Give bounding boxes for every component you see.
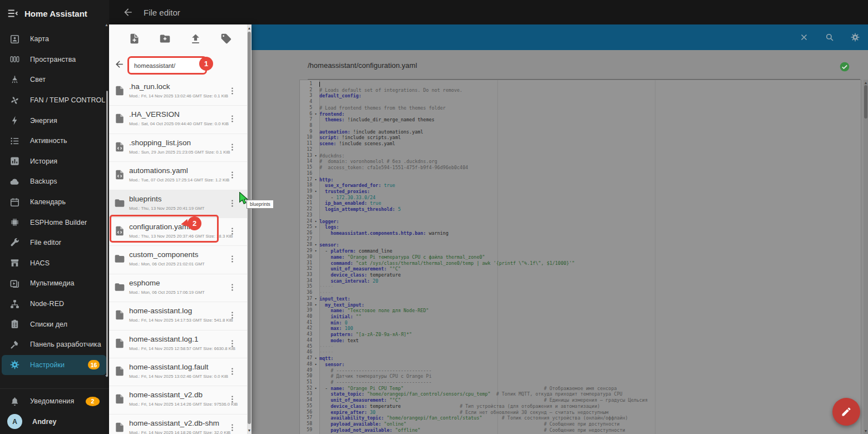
menu-dots-icon[interactable]: [228, 339, 237, 348]
upload-icon[interactable]: [190, 33, 201, 45]
fold-arrow-icon[interactable]: ▾: [312, 362, 319, 368]
sidebar-scrollbar[interactable]: [106, 91, 108, 377]
fold-arrow-icon[interactable]: ▾: [312, 386, 319, 392]
menu-dots-icon[interactable]: [228, 423, 237, 432]
menu-dots-icon[interactable]: [228, 199, 237, 208]
file-row-esphome[interactable]: esphomeMod.: Mon, 06 Oct 2025 17:06:19 G…: [109, 274, 247, 302]
drawer-scroll-thumb[interactable]: [248, 32, 251, 424]
file-row-home-assistant.log[interactable]: home-assistant.logMod.: Fri, 14 Nov 2025…: [109, 302, 247, 330]
file-row-blueprints[interactable]: blueprintsMod.: Thu, 13 Nov 2025 20:41:1…: [109, 190, 247, 218]
sidebar-toggle-icon[interactable]: [7, 7, 19, 19]
folder-up-icon[interactable]: [114, 59, 125, 70]
sidebar-item-label: Пространства: [30, 56, 76, 63]
file-row-home-assistant_v2.db[interactable]: home-assistant_v2.dbMod.: Fri, 14 Nov 20…: [109, 386, 247, 414]
new-file-icon[interactable]: [129, 33, 140, 45]
scroll-up-icon[interactable]: ▲: [864, 81, 868, 85]
path-input[interactable]: homeassistant/: [127, 56, 207, 75]
menu-dots-icon[interactable]: [228, 310, 237, 320]
drawer-scroll-down-icon[interactable]: ▼: [247, 428, 251, 432]
fold-arrow-icon[interactable]: ▾: [312, 189, 319, 195]
fold-arrow-icon[interactable]: ▾: [312, 302, 319, 308]
fold-arrow-icon[interactable]: ▾: [312, 248, 319, 254]
page-header: File editor: [109, 0, 868, 24]
line-number: 38: [300, 302, 312, 308]
calendar-icon: [9, 197, 20, 208]
menu-dots-icon[interactable]: [228, 86, 237, 96]
menu-dots-icon[interactable]: [228, 367, 237, 376]
sidebar-item-мультимедиа[interactable]: Мультимедиа: [2, 273, 106, 294]
sidebar-user[interactable]: AAndrey: [2, 411, 106, 432]
scroll-down-icon[interactable]: ▼: [864, 429, 868, 433]
file-name: home-assistant.log: [129, 307, 192, 315]
fold-arrow-icon[interactable]: ▾: [312, 153, 319, 159]
filename-field[interactable]: /homeassistant/configuration.yaml: [308, 57, 860, 80]
fold-arrow-icon[interactable]: ▾: [312, 356, 319, 362]
file-row-automations.yaml[interactable]: automations.yamlMod.: Tue, 07 Oct 2025 1…: [109, 162, 247, 190]
sidebar-item-панель-разработчика[interactable]: Панель разработчика: [2, 334, 106, 355]
file-row-home-assistant.log.fault[interactable]: home-assistant.log.faultMod.: Fri, 14 No…: [109, 358, 247, 386]
sidebar-item-backups[interactable]: Backups: [2, 171, 106, 192]
sidebar-item-карта[interactable]: Карта: [2, 29, 106, 50]
file-row-home-assistant_v2.db-shm[interactable]: home-assistant_v2.db-shmMod.: Fri, 14 No…: [109, 415, 247, 434]
menu-dots-icon[interactable]: [228, 114, 237, 124]
sidebar-item-энергия[interactable]: Энергия: [2, 110, 106, 131]
menu-dots-icon[interactable]: [228, 394, 237, 404]
sidebar-item-fan-temp-control[interactable]: FAN / TEMP CONTROL: [2, 90, 106, 111]
edit-fab-button[interactable]: [832, 398, 860, 426]
menu-dots-icon[interactable]: [228, 254, 237, 264]
drawer-scrollbar[interactable]: ▲ ▼: [247, 24, 251, 434]
file-row-custom_components[interactable]: custom_componentsMod.: Mon, 06 Oct 2025 …: [109, 246, 247, 274]
tag-icon[interactable]: [220, 33, 232, 45]
line-number: 12: [300, 147, 312, 153]
fold-arrow-icon[interactable]: ▾: [312, 224, 319, 230]
sidebar-item-node-red[interactable]: Node-RED: [2, 294, 106, 314]
file-row-configuration.yaml[interactable]: configuration.yamlMod.: Thu, 13 Nov 2025…: [109, 218, 247, 246]
sidebar-scroll-up-icon[interactable]: ▲: [105, 23, 108, 27]
file-row-.ha_run.lock[interactable]: .ha_run.lockMod.: Fri, 14 Nov 2025 13:02…: [109, 78, 247, 106]
sidebar-item-история[interactable]: История: [2, 151, 106, 172]
line-number: 36: [300, 290, 312, 296]
code-line-15: 15# access_token: cfa1e594-1551-475f-b9f…: [300, 165, 861, 171]
fold-arrow-icon[interactable]: ▾: [312, 111, 319, 117]
sidebar-item-активность[interactable]: Активность: [2, 131, 106, 151]
sidebar-item-настройки[interactable]: Настройки16: [2, 355, 106, 376]
file-row-.HA_VERSION[interactable]: .HA_VERSIONMod.: Sat, 04 Oct 2025 09:44:…: [109, 106, 247, 134]
sidebar-item-esphome-builder[interactable]: ESPHome Builder: [2, 212, 106, 233]
file-meta: Mod.: Mon, 06 Oct 2025 17:06:19 GMT: [129, 290, 205, 295]
file-icon: [114, 422, 125, 433]
code-line-34: 34 scan_interval: 20: [300, 278, 861, 284]
fold-arrow-icon[interactable]: ▾: [312, 177, 319, 183]
menu-dots-icon[interactable]: [228, 283, 237, 292]
fold-arrow-icon[interactable]: ▾: [312, 219, 319, 225]
sidebar-item-notifications[interactable]: Уведомления2: [2, 391, 106, 412]
fold-arrow-icon[interactable]: ▾: [312, 242, 319, 248]
file-row-home-assistant.log.1[interactable]: home-assistant.log.1Mod.: Fri, 14 Nov 20…: [109, 331, 247, 358]
sidebar-item-пространства[interactable]: Пространства: [2, 50, 106, 70]
menu-dots-icon[interactable]: [228, 226, 237, 236]
sidebar-item-file-editor[interactable]: File editor: [2, 233, 106, 253]
menu-dots-icon[interactable]: [228, 170, 237, 180]
close-icon[interactable]: [799, 32, 809, 42]
gear-icon[interactable]: [850, 32, 860, 42]
fold-spacer: [312, 415, 319, 421]
search-icon[interactable]: [825, 32, 835, 42]
sidebar-item-календарь[interactable]: Календарь: [2, 192, 106, 213]
sidebar-item-hacs[interactable]: HACS: [2, 253, 106, 274]
editor-scroll-thumb[interactable]: [864, 85, 867, 119]
back-arrow-icon[interactable]: [122, 7, 134, 18]
file-meta: Mod.: Fri, 14 Nov 2025 13:02:46 GMT Size…: [129, 374, 228, 379]
filename-text: /homeassistant/configuration.yaml: [308, 57, 860, 70]
fold-arrow-icon[interactable]: ▾: [312, 296, 319, 302]
drawer-scroll-up-icon[interactable]: ▲: [247, 26, 251, 30]
code-text: frontend:: [319, 111, 344, 117]
file-row-.shopping_list.json[interactable]: .shopping_list.jsonMod.: Sun, 29 Jun 202…: [109, 134, 247, 162]
code-editor[interactable]: 12# Loads default set of integrations. D…: [299, 80, 861, 434]
editor-scrollbar[interactable]: ▲ ▼: [864, 80, 868, 434]
fold-spacer: [312, 165, 319, 171]
sidebar-item-свет[interactable]: Свет: [2, 70, 106, 90]
new-folder-icon[interactable]: [159, 33, 171, 45]
file-name: home-assistant_v2.db: [129, 391, 203, 399]
line-number: 25: [300, 224, 312, 230]
sidebar-item-списки-дел[interactable]: Списки дел: [2, 314, 106, 334]
menu-dots-icon[interactable]: [228, 142, 237, 152]
